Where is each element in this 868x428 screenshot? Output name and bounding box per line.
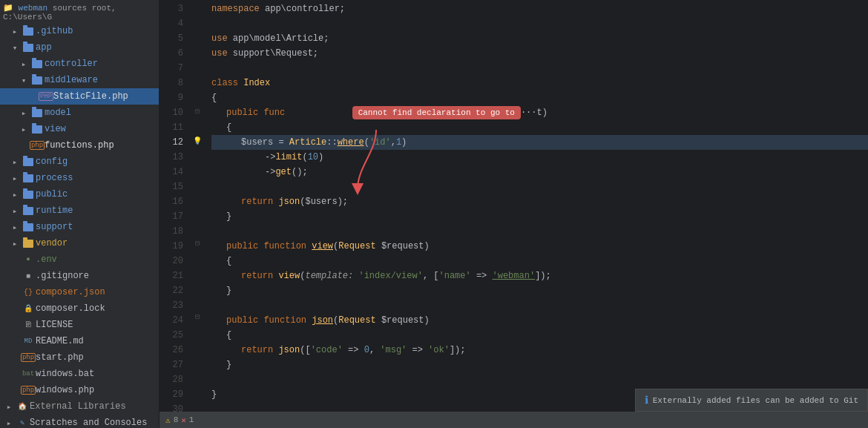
gutter-11 (189, 119, 206, 134)
sidebar-item-vendor[interactable]: vendor (0, 235, 159, 251)
sidebar-item-windows-bat[interactable]: bat windows.bat (0, 366, 159, 382)
lock-icon: 🔒 (22, 303, 34, 315)
env-icon: ● (22, 254, 34, 266)
error-count: 1 (189, 415, 194, 424)
php-icon: php (31, 139, 43, 151)
sidebar-item-view[interactable]: view (0, 121, 159, 137)
editor-content: 3 4 5 6 7 8 9 10 11 12 13 14 15 16 17 18… (160, 0, 868, 412)
root-icon: 📁 (3, 4, 13, 13)
sidebar-label: composer.json (36, 287, 105, 297)
arrow-icon (3, 417, 15, 428)
git-icon: ■ (22, 270, 34, 282)
sidebar-item-readme[interactable]: MD README.md (0, 333, 159, 349)
gutter: ⊟ 💡 ⊟ ⊟ (189, 0, 206, 412)
code-line-16: return json($users); (211, 194, 868, 209)
spacer (9, 270, 21, 282)
sidebar-item-public[interactable]: public (0, 186, 159, 203)
info-icon: ℹ (645, 394, 648, 406)
gutter-27 (189, 353, 206, 368)
sidebar-label: .env (36, 254, 57, 265)
gutter-4 (189, 16, 206, 31)
sidebar-item-composer-lock[interactable]: 🔒 composer.lock (0, 300, 159, 317)
sidebar-item-middleware[interactable]: middleware (0, 72, 159, 88)
sidebar-item-config[interactable]: config (0, 154, 159, 170)
sidebar-label: model (45, 108, 71, 118)
code-line-10: public func Cannot find declaration to g… (211, 105, 868, 120)
gutter-18 (189, 221, 206, 236)
sidebar-item-gitignore[interactable]: ■ .gitignore (0, 268, 159, 284)
sidebar-item-composer-json[interactable]: {} composer.json (0, 284, 159, 300)
sidebar-item-windows-php[interactable]: php windows.php (0, 382, 159, 398)
sidebar-item-start-php[interactable]: php start.php (0, 349, 159, 366)
gutter-5 (189, 31, 206, 46)
sidebar-item-model[interactable]: model (0, 105, 159, 121)
folder-icon (31, 107, 43, 119)
fold-24[interactable]: ⊟ (189, 309, 206, 324)
sidebar-label: process (36, 173, 73, 183)
folder-icon (22, 42, 34, 53)
code-line-7 (211, 61, 868, 76)
sidebar-label: External Libraries (30, 401, 126, 412)
sidebar-item-controller[interactable]: controller (0, 56, 159, 72)
sidebar-label: vendor (36, 238, 68, 248)
bat-icon: bat (22, 368, 34, 380)
sidebar-label: start.php (36, 352, 84, 363)
sidebar-item-support[interactable]: support (0, 219, 159, 235)
md-icon: MD (22, 335, 34, 347)
folder-icon (22, 156, 34, 168)
gutter-17 (189, 207, 206, 222)
gutter-9 (189, 90, 206, 105)
gutter-6 (189, 45, 206, 60)
arrow-icon (9, 221, 21, 233)
bulb-12[interactable]: 💡 (189, 134, 206, 148)
arrow-icon (9, 188, 21, 200)
project-root-label: 📁 webman sources root, C:\Users\G (0, 0, 159, 23)
sidebar-item-app[interactable]: app (0, 39, 159, 56)
sidebar-item-process[interactable]: process (0, 170, 159, 186)
error-icon: ✕ (181, 415, 186, 425)
php-icon: PHP (40, 90, 52, 102)
code-line-4 (211, 16, 868, 31)
sidebar-label: app (36, 42, 52, 53)
gutter-7 (189, 60, 206, 75)
sidebar-item-env[interactable]: ● .env (0, 251, 159, 268)
folder-icon (31, 58, 43, 70)
code-line-12: $users = Article::where('id',1) (211, 135, 868, 150)
sidebar-label: LICENSE (36, 320, 73, 330)
spacer (9, 319, 21, 331)
warnings-area: ⚠ 8 ✕ 1 (165, 415, 194, 425)
spacer (9, 352, 21, 363)
status-bar: ⚠ 8 ✕ 1 (160, 412, 868, 428)
sidebar-item-license[interactable]: 🖹 LICENSE (0, 317, 159, 333)
folder-icon (31, 123, 43, 135)
sidebar-item-scratches[interactable]: ✎ Scratches and Consoles (0, 415, 159, 428)
ext-icon: 🏠 (16, 401, 28, 412)
sidebar-label: view (45, 124, 66, 134)
gutter-3 (189, 1, 206, 16)
folder-icon (22, 172, 34, 184)
fold-19[interactable]: ⊟ (189, 236, 206, 251)
fold-10[interactable]: ⊟ (189, 104, 206, 119)
sidebar-item-staticfile[interactable]: PHP StaticFile.php (0, 88, 159, 105)
arrow-icon (18, 74, 30, 86)
gutter-30 (189, 397, 206, 412)
sidebar-label: middleware (45, 75, 98, 85)
sidebar-item-runtime[interactable]: runtime (0, 203, 159, 219)
project-title: webman (19, 4, 48, 13)
gutter-22 (189, 280, 206, 294)
code-line-6: use support\Request; (211, 46, 868, 61)
spacer (9, 286, 21, 298)
sidebar-label: windows.php (36, 385, 94, 395)
spacer (9, 254, 21, 266)
sidebar-item-github[interactable]: .github (0, 23, 159, 39)
git-notification[interactable]: ℹ Externally added files can be added to… (635, 389, 868, 412)
notification-text: Externally added files can be added to G… (653, 396, 858, 405)
folder-icon (22, 25, 34, 37)
gutter-25 (189, 324, 206, 339)
sidebar-label: controller (45, 59, 98, 69)
spacer (18, 139, 30, 151)
sidebar-item-functions[interactable]: php functions.php (0, 137, 159, 154)
sidebar-item-external[interactable]: 🏠 External Libraries (0, 398, 159, 415)
code-editor[interactable]: namespace app\controller; use app\model\… (206, 0, 868, 412)
arrow-icon (18, 58, 30, 70)
